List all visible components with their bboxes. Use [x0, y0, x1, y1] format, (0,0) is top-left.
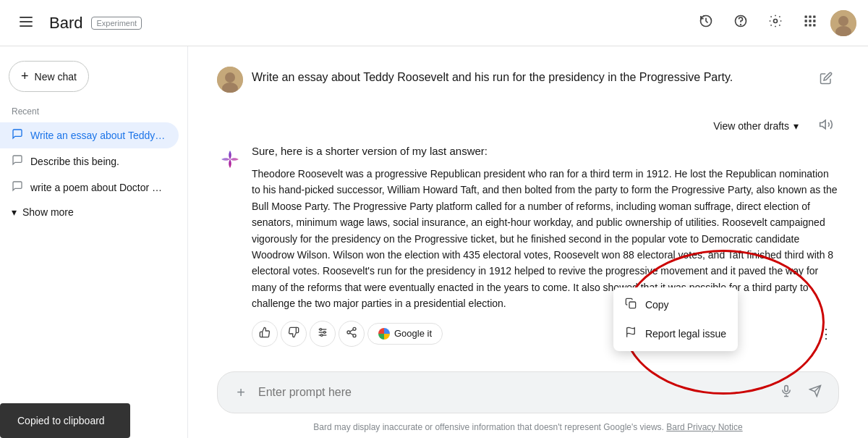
app-title: Bard	[49, 14, 82, 33]
svg-rect-1	[20, 21, 33, 22]
apps-icon	[803, 14, 817, 32]
disclaimer-text: Bard may display inaccurate or offensive…	[313, 422, 664, 432]
svg-rect-13	[805, 24, 807, 26]
svg-rect-7	[805, 16, 807, 18]
new-chat-button[interactable]: + New chat	[9, 61, 89, 92]
svg-point-5	[741, 25, 741, 25]
header-left: Bard Experiment	[12, 9, 142, 38]
share-icon	[346, 327, 357, 340]
sidebar-item-text-2: write a poem about Doctor Who	[30, 182, 167, 193]
edit-button[interactable]	[813, 67, 839, 93]
avatar[interactable]	[830, 10, 856, 36]
header-right	[692, 9, 856, 38]
thumbs-up-button[interactable]	[252, 321, 278, 347]
sidebar-item-describe[interactable]: Describe this being.	[0, 148, 179, 174]
thumbs-down-button[interactable]	[281, 321, 307, 347]
sidebar-item-text-active: Write an essay about Teddy Ro...	[30, 130, 167, 141]
chevron-down-icon: ▾	[12, 206, 17, 218]
action-bar: Google it ⋮	[252, 312, 839, 353]
clipboard-toast: Copied to clipboard	[0, 403, 130, 438]
google-it-label: Google it	[394, 328, 432, 339]
apps-button[interactable]	[796, 9, 825, 38]
chat-icon-active	[12, 128, 23, 143]
svg-rect-0	[20, 17, 33, 18]
bard-text: Theodore Roosevelt was a progressive Rep…	[252, 166, 839, 312]
svg-rect-11	[809, 20, 811, 22]
svg-point-26	[320, 329, 322, 331]
svg-point-31	[353, 334, 356, 337]
speaker-icon	[819, 117, 833, 135]
bard-response-content: Sure, here is a shorter version of my la…	[252, 145, 839, 353]
view-drafts-label: View other drafts	[713, 120, 789, 132]
help-button[interactable]	[726, 9, 755, 38]
svg-marker-22	[820, 120, 826, 129]
flag-icon	[625, 327, 637, 341]
experiment-badge: Experiment	[91, 17, 142, 30]
send-button[interactable]	[804, 381, 827, 404]
sidebar-item-active[interactable]: Write an essay about Teddy Ro...	[0, 122, 179, 148]
settings-icon	[768, 14, 783, 32]
svg-point-6	[774, 20, 778, 23]
report-menu-item[interactable]: Report legal issue	[613, 319, 738, 348]
chevron-down-icon: ▾	[793, 120, 799, 132]
main-layout: + New chat Recent Write an essay about T…	[0, 46, 868, 438]
add-content-button[interactable]: +	[229, 381, 252, 404]
user-message: Write an essay about Teddy Roosevelt and…	[217, 58, 839, 101]
svg-rect-12	[813, 20, 815, 22]
settings-button[interactable]	[761, 9, 790, 38]
input-container: +	[217, 371, 839, 413]
context-menu: Copy Report legal issue	[613, 287, 738, 351]
svg-point-27	[323, 332, 326, 334]
svg-rect-10	[805, 20, 807, 22]
modify-button[interactable]	[310, 321, 336, 347]
bard-response: Sure, here is a shorter version of my la…	[217, 145, 839, 364]
copy-icon	[625, 298, 637, 312]
more-options-button[interactable]: ⋮	[813, 321, 839, 347]
google-icon	[378, 328, 390, 340]
view-drafts-button[interactable]: View other drafts ▾	[705, 116, 807, 136]
chat-icon-1	[12, 154, 23, 169]
svg-rect-2	[20, 25, 33, 27]
svg-point-30	[347, 331, 350, 334]
sidebar-item-poem[interactable]: write a poem about Doctor Who	[0, 174, 179, 201]
hamburger-icon	[20, 15, 33, 30]
report-label: Report legal issue	[645, 328, 726, 340]
svg-rect-15	[813, 24, 815, 26]
bard-intro: Sure, here is a shorter version of my la…	[252, 145, 839, 157]
history-icon	[699, 14, 713, 32]
user-avatar	[217, 67, 243, 93]
speaker-button[interactable]	[813, 113, 839, 139]
svg-rect-14	[809, 24, 811, 26]
svg-point-20	[225, 72, 235, 83]
user-message-text: Write an essay about Teddy Roosevelt and…	[252, 67, 804, 84]
svg-line-33	[350, 329, 354, 332]
history-button[interactable]	[692, 9, 720, 38]
svg-rect-8	[809, 16, 811, 18]
plus-icon: +	[237, 384, 245, 401]
plus-icon: +	[21, 69, 29, 84]
svg-rect-34	[785, 385, 788, 391]
copy-menu-item[interactable]: Copy	[613, 290, 738, 319]
disclaimer: Bard may display inaccurate or offensive…	[188, 419, 868, 438]
svg-point-28	[320, 334, 323, 337]
edit-icon	[820, 72, 833, 88]
sidebar-item-text-1: Describe this being.	[30, 156, 167, 167]
microphone-button[interactable]	[775, 381, 798, 404]
sidebar: + New chat Recent Write an essay about T…	[0, 46, 188, 438]
chat-area: Write an essay about Teddy Roosevelt and…	[188, 46, 868, 438]
google-it-button[interactable]: Google it	[367, 323, 443, 345]
input-area: +	[188, 371, 868, 419]
svg-rect-39	[629, 302, 636, 308]
svg-line-32	[350, 333, 354, 335]
thumbs-up-icon	[259, 327, 271, 340]
help-icon	[733, 14, 748, 32]
toast-label: Copied to clipboard	[17, 415, 105, 426]
copy-label: Copy	[645, 299, 669, 311]
svg-point-29	[353, 327, 356, 330]
prompt-input[interactable]	[258, 386, 769, 399]
menu-button[interactable]	[12, 9, 41, 38]
privacy-notice-link[interactable]: Bard Privacy Notice	[666, 422, 742, 432]
recent-label: Recent	[0, 104, 187, 122]
show-more-button[interactable]: ▾ Show more	[0, 201, 187, 224]
share-button[interactable]	[339, 321, 365, 347]
